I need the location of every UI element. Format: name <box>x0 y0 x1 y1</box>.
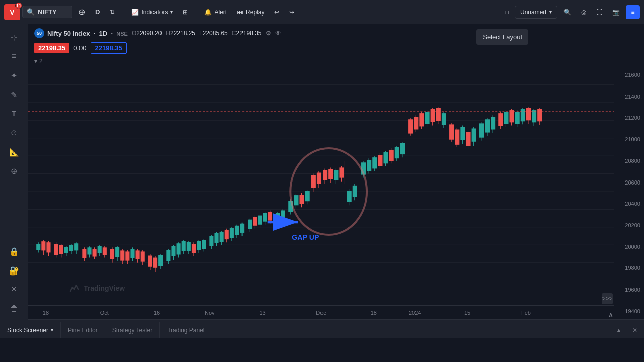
svg-rect-16 <box>46 242 50 252</box>
text-icon: T <box>12 110 16 118</box>
smart-draw-button[interactable]: 🔍 <box>559 6 575 18</box>
trash-icon: 🗑 <box>10 304 18 313</box>
svg-rect-38 <box>110 249 114 259</box>
svg-rect-185 <box>532 110 536 122</box>
drawing-tool[interactable]: ✦ <box>5 66 23 84</box>
tab-strategy-tester[interactable]: Strategy Tester <box>105 322 160 338</box>
replay-button[interactable]: ⏮ Replay <box>233 6 268 18</box>
svg-rect-44 <box>125 251 129 260</box>
svg-rect-151 <box>431 109 435 122</box>
add-symbol-button[interactable]: ⊕ <box>74 5 89 19</box>
interval-selector[interactable]: D <box>91 6 104 18</box>
text-tool[interactable]: T <box>5 105 23 123</box>
ruler-tool[interactable]: 📐 <box>5 143 23 161</box>
redo-icon: ↪ <box>289 9 294 16</box>
eye-tool[interactable]: 👁 <box>5 281 23 299</box>
svg-rect-161 <box>460 127 465 140</box>
ruler-icon: 📐 <box>9 147 19 157</box>
magnet-tool[interactable]: 🔒 <box>5 242 23 260</box>
main-layout: ⊹ ≡ ✦ ✎ T ☺ 📐 ⊕ 🔒 🔐 👁 🗑 50 Nifty 50 Inde… <box>0 24 644 322</box>
close-icon: ✕ <box>632 327 637 334</box>
symbol-info: 50 Nifty 50 Index · 1D · NSE <box>34 28 128 38</box>
svg-rect-36 <box>103 247 107 255</box>
candlestick-chart: GAP UP <box>28 67 614 281</box>
chevron-down-icon: ▾ <box>34 58 37 65</box>
svg-rect-80 <box>225 230 229 239</box>
bottom-right-controls: ▲ ✕ <box>612 323 644 337</box>
more-button[interactable]: ≡ <box>626 5 640 19</box>
svg-rect-40 <box>115 247 119 257</box>
svg-rect-171 <box>491 117 495 129</box>
watchlist2-icon: ◎ <box>581 9 586 16</box>
svg-rect-145 <box>414 117 418 129</box>
tab-trading-panel[interactable]: Trading Panel <box>160 322 212 338</box>
svg-rect-68 <box>192 244 196 253</box>
replay-icon: ⏮ <box>237 9 243 16</box>
svg-rect-175 <box>504 112 508 124</box>
annotation-tool[interactable]: ✎ <box>5 85 23 104</box>
chart-canvas[interactable]: GAP UP 21600. 21400. 21200. 21000. 20800… <box>28 67 644 319</box>
redo-button[interactable]: ↪ <box>285 6 298 18</box>
svg-rect-12 <box>36 244 40 250</box>
timeframe-bar: 1D 5D 1M 3M 6M YTD 1Y 5Y All ⟳ 20:52:36 … <box>28 319 644 322</box>
pine-editor-label: Pine Editor <box>68 327 98 334</box>
watchlist-button[interactable]: □ <box>501 6 513 18</box>
tradingview-logo[interactable]: V 11 <box>4 4 20 20</box>
tab-pine-editor[interactable]: Pine Editor <box>61 322 105 338</box>
fullscreen-button[interactable]: ⛶ <box>592 6 606 18</box>
svg-rect-52 <box>148 256 152 267</box>
svg-rect-108 <box>305 191 310 201</box>
tradingview-watermark-text: TradingView <box>84 284 125 292</box>
svg-rect-60 <box>171 246 175 256</box>
indicator-count[interactable]: ▾ 2 <box>28 56 644 67</box>
zoom-icon: ⊕ <box>11 166 17 176</box>
svg-rect-147 <box>419 113 424 126</box>
separator-1 <box>123 6 123 18</box>
zoom-tool[interactable]: ⊕ <box>5 162 23 180</box>
eye-toggle-icon[interactable]: 👁 <box>275 30 281 37</box>
alert-button[interactable]: 🔔 Alert <box>200 6 231 18</box>
svg-rect-34 <box>98 246 102 253</box>
collapse-bottom-btn[interactable]: ▲ <box>612 323 626 337</box>
trash-tool[interactable]: 🗑 <box>5 300 23 318</box>
watchlist2-button[interactable]: ◎ <box>577 6 590 18</box>
svg-rect-157 <box>449 124 454 139</box>
svg-rect-114 <box>323 170 327 180</box>
svg-rect-62 <box>177 243 181 254</box>
svg-rect-155 <box>442 113 446 125</box>
svg-rect-14 <box>41 241 45 250</box>
close-bottom-btn[interactable]: ✕ <box>628 323 642 337</box>
expand-button[interactable]: >>> <box>602 293 613 304</box>
chart-area: 50 Nifty 50 Index · 1D · NSE O22090.20 H… <box>28 24 644 322</box>
undo-icon: ↩ <box>274 9 279 16</box>
svg-text:GAP UP: GAP UP <box>292 233 319 241</box>
svg-rect-96 <box>268 212 272 220</box>
bottom-bar: Stock Screener ▾ Pine Editor Strategy Te… <box>0 322 644 338</box>
tab-stock-screener[interactable]: Stock Screener ▾ <box>0 322 61 338</box>
settings-icon[interactable]: ⚙ <box>266 30 271 37</box>
snapshot-button[interactable]: 📷 <box>608 6 624 18</box>
symbol-search[interactable]: 🔍 NIFTY <box>22 6 72 18</box>
tradingview-watermark: TradingView <box>68 282 125 294</box>
compare-button[interactable]: ⇅ <box>106 6 119 18</box>
time-label-16: 16 <box>154 310 160 316</box>
svg-rect-141 <box>400 143 405 154</box>
svg-rect-20 <box>59 245 63 254</box>
lines-tool[interactable]: ≡ <box>5 47 23 65</box>
svg-rect-82 <box>230 228 234 238</box>
lock-tool[interactable]: 🔐 <box>5 261 23 280</box>
svg-rect-123 <box>347 191 352 202</box>
indicators-button[interactable]: 📈 Indicators ▾ <box>127 6 177 18</box>
layouts-button[interactable]: ⊞ <box>179 6 192 18</box>
emoji-tool[interactable]: ☺ <box>5 124 23 142</box>
svg-rect-135 <box>383 152 388 163</box>
svg-rect-66 <box>187 242 191 251</box>
undo-button[interactable]: ↩ <box>270 6 283 18</box>
eye-icon: 👁 <box>10 285 18 294</box>
svg-rect-120 <box>339 167 344 177</box>
svg-rect-24 <box>69 245 73 251</box>
strategy-tester-label: Strategy Tester <box>112 327 152 334</box>
layout-selector[interactable]: Unnamed ▾ <box>515 6 557 19</box>
cursor-tool[interactable]: ⊹ <box>5 28 23 46</box>
svg-rect-106 <box>299 195 304 204</box>
